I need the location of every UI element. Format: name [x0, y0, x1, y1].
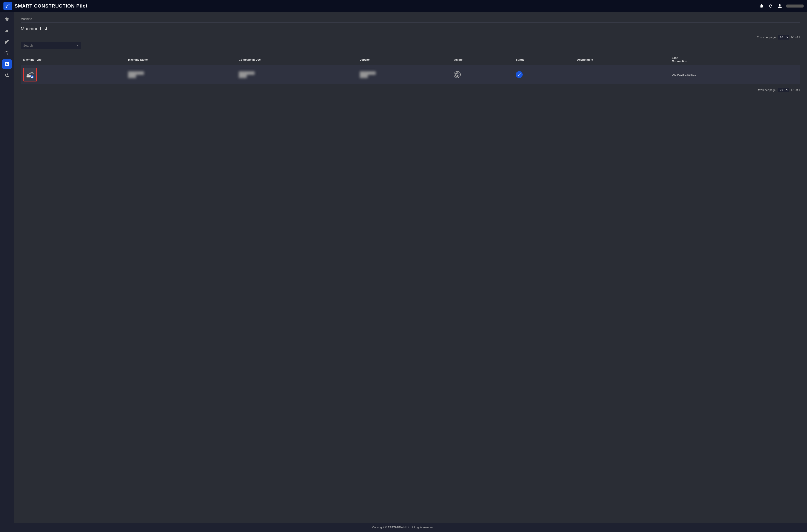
- bottom-pagination-row: Rows per page: 20 50 100 1-1 of 1: [21, 88, 800, 92]
- svg-point-0: [6, 7, 7, 8]
- breadcrumb: Machine: [21, 17, 800, 21]
- col-last-connection: LastConnection: [669, 54, 800, 65]
- col-machine-name: Machine Name: [126, 54, 236, 65]
- company-in-use-blurred: ████████████: [239, 71, 355, 78]
- app-title: SMART CONSTRUCTION Pilot: [15, 3, 757, 9]
- col-assignment: Assignment: [574, 54, 669, 65]
- jobsite-blurred: ████████████: [360, 71, 449, 78]
- status-check-icon: [516, 71, 522, 78]
- sidebar: [0, 12, 14, 523]
- rows-per-page-select[interactable]: 20 50 100: [778, 35, 789, 40]
- sidebar-item-layers[interactable]: [2, 15, 12, 24]
- sidebar-item-machine[interactable]: [2, 26, 12, 35]
- pagination-range-bottom: 1-1 of 1: [791, 88, 800, 92]
- topnav: SMART CONSTRUCTION Pilot: [0, 0, 807, 12]
- sidebar-item-id[interactable]: [2, 59, 12, 69]
- jobsite-cell: ████████████: [357, 65, 451, 84]
- col-status: Status: [513, 54, 574, 65]
- notification-icon[interactable]: [759, 4, 764, 8]
- table-row[interactable]: ████████████ ████████████ ████: [21, 65, 800, 84]
- breadcrumb-divider: [21, 22, 800, 23]
- sidebar-item-user-add[interactable]: [2, 71, 12, 80]
- top-pagination-row: Rows per page: 20 50 100 1-1 of 1: [21, 35, 800, 40]
- online-globe-icon: [454, 71, 461, 78]
- sidebar-item-signal[interactable]: [2, 48, 12, 58]
- rows-per-page-select-bottom[interactable]: 20 50 100: [778, 88, 789, 92]
- main-content: Machine Machine List Rows per page: 20 5…: [14, 12, 807, 523]
- machine-type-cell: [21, 65, 126, 84]
- user-name: [786, 4, 804, 7]
- pagination-range: 1-1 of 1: [791, 36, 800, 39]
- svg-point-6: [26, 77, 27, 78]
- status-cell: [513, 65, 574, 84]
- col-company-in-use: Company in Use: [236, 54, 357, 65]
- table-header-row: Machine Type Machine Name Company in Use…: [21, 54, 800, 65]
- machine-name-cell: ████████████: [126, 65, 236, 84]
- last-connection-cell: 2024/9/25 14:15:01: [669, 65, 800, 84]
- search-input[interactable]: [23, 44, 75, 47]
- sidebar-item-crane[interactable]: [2, 37, 12, 46]
- topnav-icons: [759, 4, 804, 8]
- rows-per-page-label-bottom: Rows per page:: [757, 88, 776, 92]
- app-logo: [3, 2, 12, 10]
- user-icon[interactable]: [777, 4, 782, 8]
- page-title: Machine List: [21, 26, 800, 32]
- online-cell: [451, 65, 513, 84]
- copyright-text: Copyright © EARTHBRAIN Ltd. All rights r…: [372, 526, 435, 529]
- svg-rect-2: [27, 74, 29, 76]
- col-online: Online: [451, 54, 513, 65]
- excavator-icon: [25, 70, 35, 79]
- col-machine-type: Machine Type: [21, 54, 126, 65]
- rows-per-page-label: Rows per page:: [757, 36, 776, 39]
- assignment-cell: [574, 65, 669, 84]
- company-in-use-cell: ████████████: [236, 65, 357, 84]
- search-clear-button[interactable]: ×: [76, 44, 78, 47]
- last-connection-value: 2024/9/25 14:15:01: [672, 73, 696, 76]
- refresh-icon[interactable]: [768, 4, 773, 8]
- col-jobsite: Jobsite: [357, 54, 451, 65]
- machine-name-blurred: ████████████: [128, 71, 234, 78]
- search-bar: ×: [21, 42, 81, 49]
- footer: Copyright © EARTHBRAIN Ltd. All rights r…: [0, 523, 807, 532]
- machine-table: Machine Type Machine Name Company in Use…: [21, 54, 800, 84]
- machine-type-icon: [23, 68, 37, 81]
